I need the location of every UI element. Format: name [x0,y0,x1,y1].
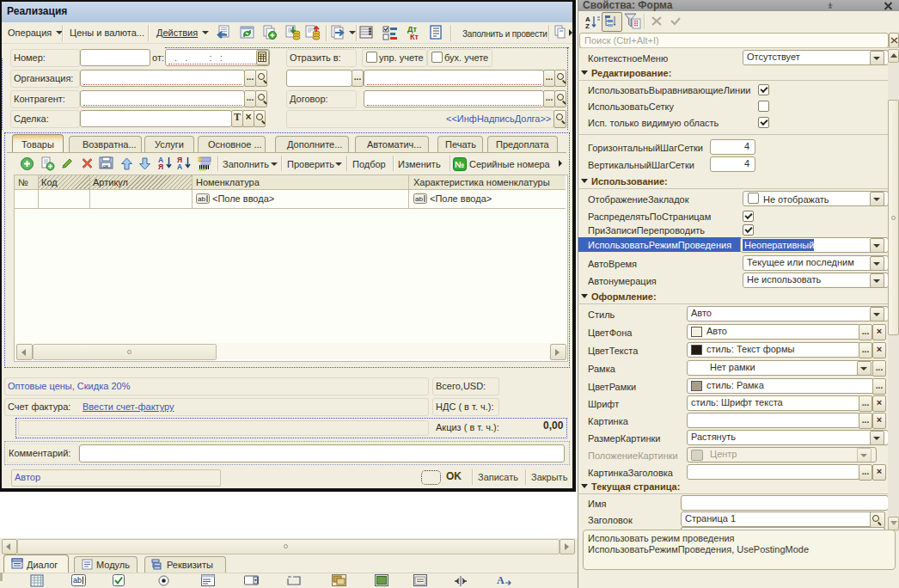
svg-text:№: № [455,160,464,169]
svg-text:ab: ab [415,195,423,203]
svg-text:Я: Я [158,162,163,170]
svg-text:A: A [497,574,505,586]
svg-text:Z: Z [585,22,590,29]
svg-text:ab: ab [198,195,205,203]
svg-text:ок: ок [103,163,108,168]
svg-text:А: А [177,162,182,170]
svg-text:Кт: Кт [410,33,419,41]
svg-text:ab: ab [73,576,82,585]
